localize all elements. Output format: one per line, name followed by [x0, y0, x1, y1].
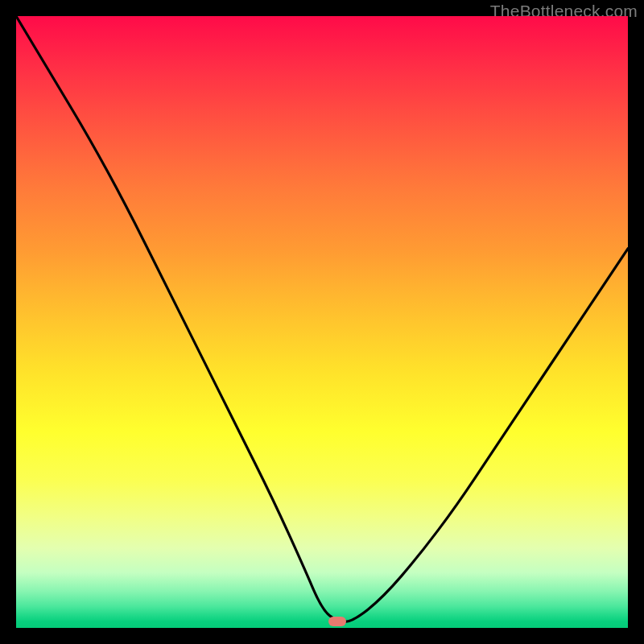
plot-area: [16, 16, 628, 628]
minimum-marker: [328, 617, 346, 626]
chart-stage: TheBottleneck.com: [0, 0, 644, 644]
curve-path: [16, 16, 628, 621]
bottleneck-curve: [16, 16, 628, 628]
